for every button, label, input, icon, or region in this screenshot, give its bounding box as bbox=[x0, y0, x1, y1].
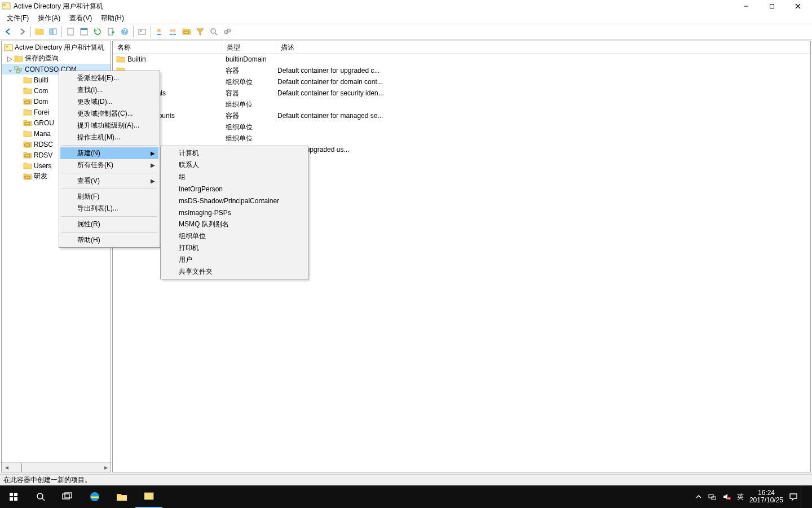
ctx-new[interactable]: 新建(N)▶ bbox=[60, 147, 158, 159]
cell-type: 容器 bbox=[222, 89, 276, 98]
nav-back-button[interactable] bbox=[2, 25, 15, 38]
new-user-button[interactable] bbox=[153, 25, 166, 38]
context-menu: 委派控制(E)... 查找(I)... 更改域(D)... 更改域控制器(C).… bbox=[59, 71, 160, 248]
taskbar-ie[interactable] bbox=[81, 485, 108, 508]
ou-icon bbox=[23, 97, 32, 106]
ctx-new-msimaging[interactable]: msImaging-PSPs bbox=[162, 207, 307, 218]
start-button[interactable] bbox=[0, 485, 27, 508]
maximize-button[interactable] bbox=[759, 0, 785, 12]
ctx-all-tasks[interactable]: 所有任务(K)▶ bbox=[60, 159, 158, 171]
cell-type: 组织单位 bbox=[222, 77, 276, 87]
ctx-new-ou[interactable]: 组织单位 bbox=[162, 230, 307, 242]
list-row[interactable]: 组织单位 bbox=[113, 99, 810, 110]
svg-rect-27 bbox=[10, 493, 13, 496]
cell-name: Builtin bbox=[127, 55, 146, 63]
ctx-change-dc[interactable]: 更改域控制器(C)... bbox=[60, 108, 158, 120]
svg-rect-15 bbox=[108, 28, 113, 35]
find-container-button[interactable] bbox=[136, 25, 148, 38]
ctx-new-msmq[interactable]: MSMQ 队列别名 bbox=[162, 218, 307, 230]
ctx-new-shadow[interactable]: msDS-ShadowPrincipalContainer bbox=[162, 195, 307, 207]
ou-icon bbox=[23, 119, 32, 128]
scroll-right-icon[interactable]: ▸ bbox=[101, 463, 111, 472]
tray-ime[interactable]: 英 bbox=[734, 485, 747, 508]
ctx-new-inetorgperson[interactable]: InetOrgPerson bbox=[162, 183, 307, 195]
ctx-find[interactable]: 查找(I)... bbox=[60, 84, 158, 96]
svg-rect-7 bbox=[770, 5, 774, 8]
ctx-new-group[interactable]: 组 bbox=[162, 171, 307, 183]
tray-clock[interactable]: 16:24 2017/10/25 bbox=[747, 485, 786, 508]
taskbar-mmc[interactable] bbox=[135, 485, 162, 508]
tree-root[interactable]: Active Directory 用户和计算机 bbox=[2, 42, 111, 53]
column-name[interactable]: 名称 bbox=[113, 41, 222, 53]
svg-point-21 bbox=[170, 29, 173, 32]
tray-volume-icon[interactable] bbox=[720, 485, 734, 508]
ctx-new-computer[interactable]: 计算机 bbox=[162, 147, 307, 159]
ctx-raise-level[interactable]: 提升域功能级别(A)... bbox=[60, 120, 158, 132]
up-button[interactable] bbox=[33, 25, 46, 38]
export-button[interactable] bbox=[105, 25, 117, 38]
menu-view[interactable]: 查看(V) bbox=[65, 12, 96, 24]
svg-rect-12 bbox=[68, 28, 73, 35]
list-row[interactable]: BuiltinbuiltinDomain bbox=[113, 54, 810, 65]
minimize-button[interactable] bbox=[733, 0, 759, 12]
filter-button[interactable] bbox=[194, 25, 206, 38]
tree-saved-queries[interactable]: ▷ 保存的查询 bbox=[2, 53, 111, 64]
window-title: Active Directory 用户和计算机 bbox=[14, 2, 733, 11]
new-group-button[interactable] bbox=[167, 25, 179, 38]
prop-button[interactable] bbox=[78, 25, 90, 38]
ctx-delegate[interactable]: 委派控制(E)... bbox=[60, 72, 158, 84]
status-bar: 在此容器中创建一新的项目。 bbox=[0, 474, 812, 485]
tray-network-icon[interactable] bbox=[705, 485, 720, 508]
ctx-export[interactable]: 导出列表(L)... bbox=[60, 203, 158, 214]
ctx-separator bbox=[61, 216, 157, 217]
tree-horizontal-scrollbar[interactable]: ◂ ▸ bbox=[2, 462, 111, 472]
list-row[interactable]: 组织单位 bbox=[113, 121, 810, 133]
collapse-icon[interactable]: ⌄ bbox=[6, 65, 14, 73]
column-description[interactable]: 描述 bbox=[276, 41, 810, 53]
menu-help[interactable]: 帮助(H) bbox=[96, 12, 129, 24]
cut-button[interactable] bbox=[64, 25, 77, 38]
ctx-new-shared-folder[interactable]: 共享文件夹 bbox=[162, 266, 307, 278]
new-ou-button[interactable] bbox=[180, 25, 193, 38]
taskbar: 英 16:24 2017/10/25 bbox=[0, 485, 812, 508]
scrollbar-thumb[interactable] bbox=[21, 463, 22, 472]
nav-forward-button[interactable] bbox=[16, 25, 28, 38]
refresh-button[interactable] bbox=[91, 25, 104, 38]
show-desktop-button[interactable] bbox=[801, 485, 809, 508]
tray-chevron-icon[interactable] bbox=[692, 485, 705, 508]
close-button[interactable] bbox=[785, 0, 811, 12]
folder-icon bbox=[23, 129, 32, 138]
query-button[interactable] bbox=[221, 25, 233, 38]
ctx-properties[interactable]: 属性(R) bbox=[60, 218, 158, 230]
ctx-help[interactable]: 帮助(H) bbox=[60, 234, 158, 246]
help-button[interactable]: ? bbox=[118, 25, 131, 38]
ctx-new-contact[interactable]: 联系人 bbox=[162, 159, 307, 171]
menu-file[interactable]: 文件(F) bbox=[2, 12, 33, 24]
scroll-left-icon[interactable]: ◂ bbox=[2, 463, 11, 472]
ctx-change-domain[interactable]: 更改域(D)... bbox=[60, 96, 158, 108]
menu-action[interactable]: 操作(A) bbox=[33, 12, 65, 24]
ctx-new-user[interactable]: 用户 bbox=[162, 254, 307, 266]
ctx-new-printer[interactable]: 打印机 bbox=[162, 242, 307, 254]
ctx-ops-master[interactable]: 操作主机(M)... bbox=[60, 132, 158, 143]
search-button[interactable] bbox=[27, 485, 54, 508]
show-hide-tree-button[interactable] bbox=[47, 25, 59, 38]
submenu-arrow-icon: ▶ bbox=[151, 178, 155, 184]
find-button[interactable] bbox=[208, 25, 220, 38]
tray-action-center-icon[interactable] bbox=[786, 485, 801, 508]
svg-rect-18 bbox=[139, 29, 145, 34]
ctx-refresh[interactable]: 刷新(F) bbox=[60, 191, 158, 203]
list-row[interactable]: 组织单位 bbox=[113, 133, 810, 144]
expand-icon[interactable]: ▷ bbox=[6, 55, 14, 62]
column-type[interactable]: 类型 bbox=[222, 41, 276, 53]
task-view-button[interactable] bbox=[54, 485, 81, 508]
ctx-separator bbox=[61, 232, 157, 233]
list-row[interactable]: trollers组织单位Default container for domain… bbox=[113, 76, 810, 87]
taskbar-explorer[interactable] bbox=[108, 485, 135, 508]
status-text: 在此容器中创建一新的项目。 bbox=[3, 475, 91, 485]
ctx-view[interactable]: 查看(V)▶ bbox=[60, 175, 158, 187]
ctx-separator bbox=[61, 189, 157, 189]
list-row[interactable]: 容器Default container for upgraded c... bbox=[113, 65, 810, 76]
list-row[interactable]: ervice Accounts容器Default container for m… bbox=[113, 110, 810, 121]
list-row[interactable]: rityPrincipals容器Default container for se… bbox=[113, 87, 810, 99]
